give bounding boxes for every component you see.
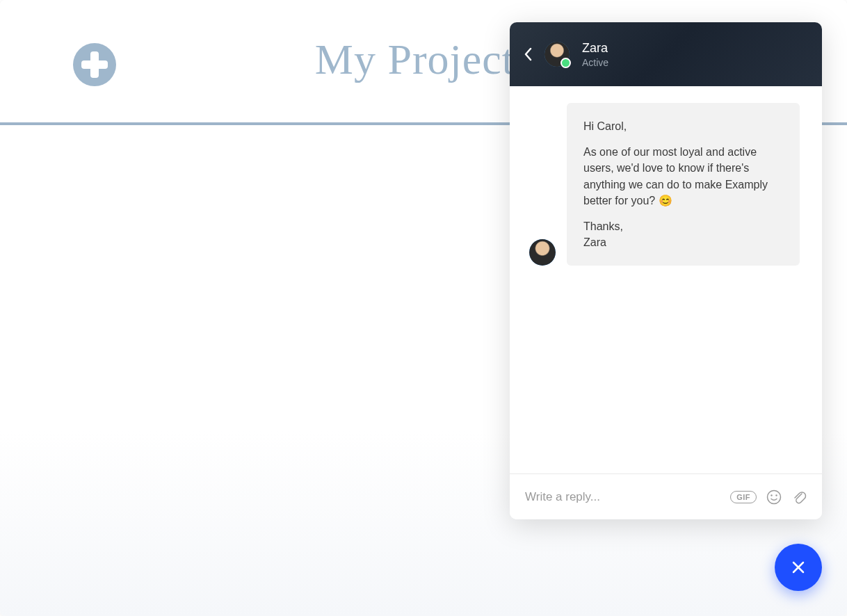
chat-back-button[interactable]	[524, 47, 532, 61]
close-icon	[790, 559, 807, 576]
message-row: Hi Carol, As one of our most loyal and a…	[529, 103, 800, 266]
chat-input-bar: GIF	[510, 473, 822, 519]
message-body: As one of our most loyal and active user…	[583, 144, 783, 209]
close-chat-button[interactable]	[775, 544, 822, 591]
add-project-button[interactable]	[73, 43, 116, 86]
agent-name: Zara	[582, 41, 608, 56]
reply-input[interactable]	[525, 490, 720, 504]
smiley-icon	[766, 489, 782, 505]
message-greeting: Hi Carol,	[583, 118, 783, 134]
emoji-button[interactable]	[766, 489, 782, 505]
agent-info: Zara Active	[582, 41, 608, 68]
svg-point-0	[768, 490, 781, 503]
agent-avatar	[544, 42, 570, 67]
chat-widget: Zara Active Hi Carol, As one of our most…	[510, 22, 822, 519]
svg-point-2	[775, 494, 777, 496]
attachment-button[interactable]	[791, 489, 807, 505]
avatar-image	[544, 42, 570, 67]
svg-point-1	[771, 494, 772, 496]
page-title: My Projects	[315, 35, 532, 84]
chat-header: Zara Active	[510, 22, 822, 86]
agent-status: Active	[582, 57, 608, 68]
gif-button[interactable]: GIF	[730, 491, 757, 503]
app-canvas: My Projects Zara Active Hi	[0, 0, 847, 616]
message-thanks: Thanks,	[583, 220, 623, 232]
chat-body: Hi Carol, As one of our most loyal and a…	[510, 86, 822, 473]
message-closing: Thanks, Zara	[583, 218, 783, 250]
message-signature: Zara	[583, 236, 606, 248]
message-bubble: Hi Carol, As one of our most loyal and a…	[567, 103, 800, 266]
message-avatar	[529, 239, 556, 266]
avatar-image	[529, 239, 556, 266]
chevron-left-icon	[524, 47, 532, 61]
paperclip-icon	[791, 489, 807, 505]
